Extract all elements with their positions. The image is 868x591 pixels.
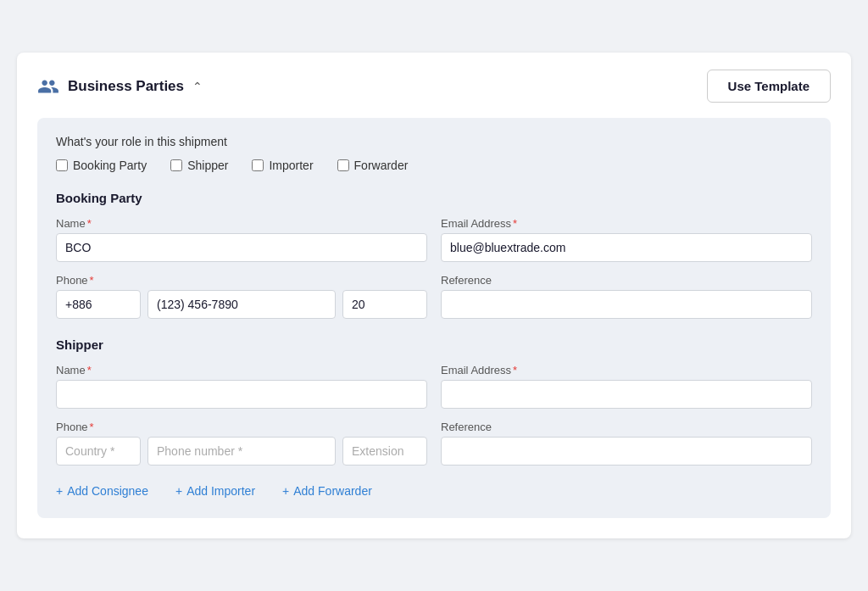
persons-icon <box>37 75 59 98</box>
shipper-phone-extension-input[interactable] <box>342 437 427 466</box>
booking-party-section: Booking Party Name* Email Address* <box>56 191 812 319</box>
use-template-button[interactable]: Use Template <box>707 70 831 103</box>
booking-party-name-input[interactable] <box>56 233 427 262</box>
chevron-up-icon[interactable]: ⌃ <box>192 80 203 93</box>
booking-party-checkbox[interactable] <box>56 159 68 171</box>
forwarder-checkbox[interactable] <box>337 159 349 171</box>
shipper-title: Shipper <box>56 337 812 352</box>
shipper-email-group: Email Address* <box>441 364 812 409</box>
forwarder-label: Forwarder <box>354 159 409 172</box>
shipper-reference-input[interactable] <box>441 437 812 466</box>
booking-party-phone-label: Phone* <box>56 274 427 287</box>
booking-party-label: Booking Party <box>73 159 147 172</box>
booking-party-phone-inputs <box>56 290 427 319</box>
header-left: Business Parties ⌃ <box>37 75 203 98</box>
add-importer-label: Add Importer <box>186 484 255 498</box>
add-importer-plus: + <box>175 484 182 498</box>
add-forwarder-plus: + <box>282 484 289 498</box>
booking-party-reference-group: Reference <box>441 274 812 319</box>
booking-party-phone-reference-row: Phone* Reference <box>56 274 812 319</box>
shipper-reference-label: Reference <box>441 421 812 433</box>
shipper-name-label: Name* <box>56 364 427 376</box>
add-consignee-link[interactable]: + Add Consignee <box>56 484 148 498</box>
booking-party-checkbox-label[interactable]: Booking Party <box>56 159 147 172</box>
shipper-name-input[interactable] <box>56 380 427 409</box>
booking-party-phone-country-input[interactable] <box>56 290 141 319</box>
booking-party-name-group: Name* <box>56 217 427 262</box>
importer-label: Importer <box>269 159 313 172</box>
booking-party-phone-number-input[interactable] <box>147 290 336 319</box>
shipper-phone-number-input[interactable] <box>147 437 336 466</box>
booking-party-phone-group: Phone* <box>56 274 427 319</box>
shipper-phone-group: Phone* <box>56 421 427 466</box>
shipper-phone-reference-row: Phone* Reference <box>56 421 812 466</box>
add-links: + Add Consignee + Add Importer + Add For… <box>56 484 812 498</box>
business-parties-panel: What's your role in this shipment Bookin… <box>37 118 831 518</box>
booking-party-reference-input[interactable] <box>441 290 812 319</box>
shipper-email-label: Email Address* <box>441 364 812 376</box>
shipper-name-email-row: Name* Email Address* <box>56 364 812 409</box>
add-forwarder-label: Add Forwarder <box>293 484 372 498</box>
add-consignee-label: Add Consignee <box>67 484 148 498</box>
shipper-email-input[interactable] <box>441 380 812 409</box>
shipper-phone-country-input[interactable] <box>56 437 141 466</box>
shipper-checkbox-label[interactable]: Shipper <box>170 159 228 172</box>
shipper-name-group: Name* <box>56 364 427 409</box>
booking-party-name-email-row: Name* Email Address* <box>56 217 812 262</box>
booking-party-email-input[interactable] <box>441 233 812 262</box>
booking-party-reference-label: Reference <box>441 274 812 287</box>
shipper-label: Shipper <box>187 159 228 172</box>
forwarder-checkbox-label[interactable]: Forwarder <box>337 159 409 172</box>
shipper-section: Shipper Name* Email Address* <box>56 337 812 466</box>
booking-party-name-label: Name* <box>56 217 427 230</box>
role-checkboxes: Booking Party Shipper Importer Forwarder <box>56 159 812 172</box>
shipper-phone-inputs <box>56 437 427 466</box>
booking-party-email-group: Email Address* <box>441 217 812 262</box>
header: Business Parties ⌃ Use Template <box>37 70 831 103</box>
importer-checkbox[interactable] <box>252 159 264 171</box>
add-consignee-plus: + <box>56 484 63 498</box>
page-wrapper: Business Parties ⌃ Use Template What's y… <box>17 53 851 538</box>
shipper-checkbox[interactable] <box>170 159 182 171</box>
add-forwarder-link[interactable]: + Add Forwarder <box>282 484 372 498</box>
booking-party-phone-extension-input[interactable] <box>342 290 427 319</box>
booking-party-email-label: Email Address* <box>441 217 812 230</box>
importer-checkbox-label[interactable]: Importer <box>252 159 313 172</box>
add-importer-link[interactable]: + Add Importer <box>175 484 255 498</box>
booking-party-title: Booking Party <box>56 191 812 205</box>
shipper-phone-label: Phone* <box>56 421 427 433</box>
role-question: What's your role in this shipment <box>56 135 812 148</box>
shipper-reference-group: Reference <box>441 421 812 466</box>
page-title: Business Parties <box>68 78 184 95</box>
